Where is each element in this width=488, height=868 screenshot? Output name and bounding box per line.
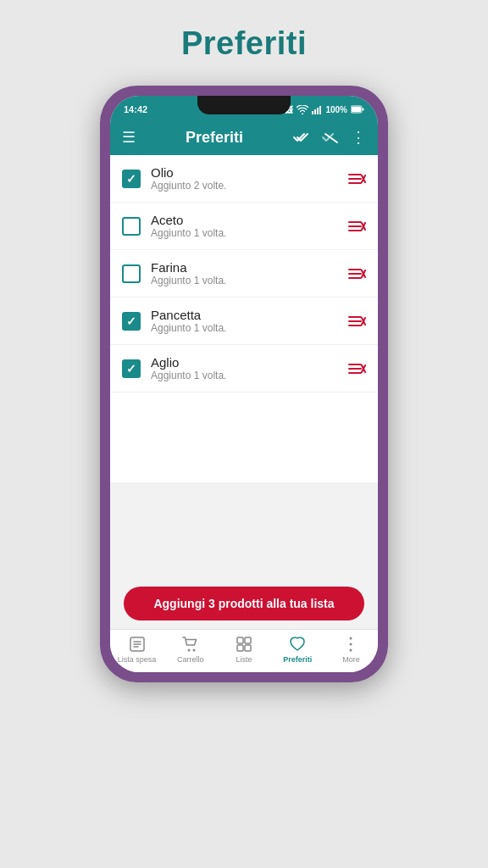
battery-icon bbox=[351, 105, 364, 114]
nav-item-preferiti[interactable]: Preferiti bbox=[271, 635, 324, 664]
item-subtitle: Aggiunto 1 volta. bbox=[151, 227, 347, 239]
item-checkbox-pancetta[interactable] bbox=[122, 312, 141, 331]
app-bar-actions: ⋮ bbox=[293, 128, 366, 147]
remove-from-list-button-olio[interactable] bbox=[347, 171, 366, 186]
nav-label-liste: Liste bbox=[236, 655, 252, 664]
item-name: Aceto bbox=[151, 213, 347, 227]
svg-rect-39 bbox=[237, 637, 243, 643]
bottom-area: Aggiungi 3 prodotti alla tua lista bbox=[110, 571, 378, 629]
svg-point-45 bbox=[350, 649, 352, 652]
heart-icon bbox=[288, 635, 307, 654]
nav-item-carrello[interactable]: Carrello bbox=[164, 635, 217, 664]
nav-label-lista-spesa: Lista spesa bbox=[118, 655, 157, 664]
remove-from-list-button-aglio[interactable] bbox=[347, 361, 366, 376]
item-checkbox-farina[interactable] bbox=[122, 264, 141, 283]
svg-point-44 bbox=[350, 643, 352, 646]
item-text-pancetta: Pancetta Aggiunto 1 volta. bbox=[151, 308, 347, 334]
item-checkbox-olio[interactable] bbox=[122, 170, 141, 188]
item-name: Aglio bbox=[151, 355, 347, 370]
status-time: 14:42 bbox=[124, 104, 147, 114]
remove-from-list-button-pancetta[interactable] bbox=[347, 314, 366, 329]
cart-icon bbox=[181, 635, 200, 654]
list-item: Pancetta Aggiunto 1 volta. bbox=[110, 298, 378, 345]
favorites-list: Olio Aggiunto 2 volte. Ace bbox=[110, 155, 378, 482]
svg-rect-2 bbox=[317, 108, 319, 114]
app-bar-title: Preferiti bbox=[146, 129, 283, 147]
app-bar: ☰ Preferiti ⋮ bbox=[110, 120, 378, 155]
nav-label-preferiti: Preferiti bbox=[283, 655, 312, 664]
svg-rect-6 bbox=[352, 107, 361, 112]
nav-item-more[interactable]: More bbox=[324, 635, 378, 664]
svg-rect-42 bbox=[245, 645, 251, 651]
remove-from-list-button-aceto[interactable] bbox=[347, 219, 366, 234]
page-title: Preferiti bbox=[181, 25, 307, 62]
item-text-olio: Olio Aggiunto 2 volte. bbox=[151, 165, 347, 192]
phone-screen: 14:42 M 🖼 100% bbox=[110, 96, 378, 672]
svg-rect-1 bbox=[314, 109, 316, 114]
battery-percent: 100% bbox=[325, 105, 347, 114]
phone-frame: 14:42 M 🖼 100% bbox=[100, 86, 388, 682]
signal-icon bbox=[312, 105, 322, 114]
item-subtitle: Aggiunto 1 volta. bbox=[151, 322, 347, 334]
more-dots-icon bbox=[341, 635, 360, 654]
item-checkbox-aglio[interactable] bbox=[122, 359, 141, 378]
nav-item-liste[interactable]: Liste bbox=[217, 635, 270, 664]
wifi-icon bbox=[297, 105, 308, 114]
nav-label-carrello: Carrello bbox=[177, 655, 204, 664]
hamburger-menu-button[interactable]: ☰ bbox=[122, 128, 136, 147]
bottom-nav: Lista spesa Carrello Liste bbox=[110, 629, 378, 672]
item-subtitle: Aggiunto 1 volta. bbox=[151, 275, 347, 287]
list-item: Olio Aggiunto 2 volte. bbox=[110, 155, 378, 203]
item-name: Olio bbox=[151, 165, 347, 180]
spacer bbox=[110, 482, 378, 572]
item-subtitle: Aggiunto 1 volta. bbox=[151, 370, 347, 381]
item-text-aglio: Aglio Aggiunto 1 volta. bbox=[151, 355, 347, 381]
list-item: Aceto Aggiunto 1 volta. bbox=[110, 203, 378, 250]
svg-point-37 bbox=[187, 649, 190, 652]
check-all-icon[interactable] bbox=[293, 131, 312, 144]
item-subtitle: Aggiunto 2 volte. bbox=[151, 180, 347, 192]
list-item: Aglio Aggiunto 1 volta. bbox=[110, 345, 378, 392]
item-name: Pancetta bbox=[151, 308, 347, 322]
nav-label-more: More bbox=[342, 655, 360, 664]
notch bbox=[197, 96, 291, 114]
remove-from-list-button-farina[interactable] bbox=[347, 266, 366, 281]
overflow-menu-button[interactable]: ⋮ bbox=[351, 128, 366, 147]
svg-rect-3 bbox=[319, 106, 321, 114]
item-name: Farina bbox=[151, 260, 347, 275]
svg-point-38 bbox=[192, 649, 195, 652]
lists-icon bbox=[235, 635, 253, 654]
svg-rect-40 bbox=[245, 637, 251, 643]
nav-item-lista-spesa[interactable]: Lista spesa bbox=[110, 635, 164, 664]
svg-point-43 bbox=[350, 637, 352, 640]
item-text-farina: Farina Aggiunto 1 volta. bbox=[151, 260, 347, 287]
svg-rect-5 bbox=[363, 108, 364, 111]
list-item: Farina Aggiunto 1 volta. bbox=[110, 250, 378, 298]
svg-rect-41 bbox=[237, 645, 243, 651]
uncheck-all-icon[interactable] bbox=[322, 131, 341, 144]
add-to-list-button[interactable]: Aggiungi 3 prodotti alla tua lista bbox=[124, 587, 364, 620]
item-checkbox-aceto[interactable] bbox=[122, 217, 141, 236]
item-text-aceto: Aceto Aggiunto 1 volta. bbox=[151, 213, 347, 239]
list-icon bbox=[128, 635, 147, 654]
svg-rect-0 bbox=[312, 111, 313, 114]
